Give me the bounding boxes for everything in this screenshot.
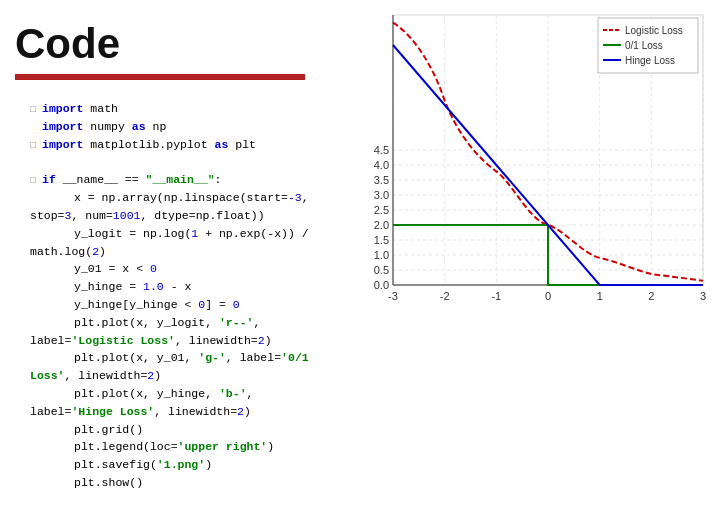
left-panel: Code □ import math □ import numpy as np … (0, 0, 340, 529)
chart: -3 -2 -1 0 1 2 3 0.0 0.5 1.0 1.5 2.0 2.5… (343, 5, 713, 315)
svg-text:2.5: 2.5 (374, 204, 389, 216)
code-line-6: □ y_logit = np.log(1 + np.exp(-x)) / mat… (30, 225, 340, 261)
red-underline (15, 74, 305, 80)
svg-text:0.5: 0.5 (374, 264, 389, 276)
svg-text:0.0: 0.0 (374, 279, 389, 291)
code-line-7: □ y_01 = x < 0 (30, 260, 340, 278)
code-line-if: □ if __name__ == "__main__": (30, 171, 340, 189)
svg-text:2: 2 (648, 290, 654, 302)
code-line-1: □ import math (30, 100, 340, 118)
right-panel: -3 -2 -1 0 1 2 3 0.0 0.5 1.0 1.5 2.0 2.5… (340, 0, 721, 529)
svg-text:3.0: 3.0 (374, 189, 389, 201)
svg-text:2.0: 2.0 (374, 219, 389, 231)
svg-text:4.5: 4.5 (374, 144, 389, 156)
legend-logistic-label: Logistic Loss (625, 25, 683, 36)
code-line-10: □ plt.plot(x, y_logit, 'r--', label='Log… (30, 314, 340, 350)
svg-text:3.5: 3.5 (374, 174, 389, 186)
svg-text:1: 1 (597, 290, 603, 302)
page-title: Code (15, 20, 340, 68)
svg-text:0: 0 (545, 290, 551, 302)
svg-text:1.0: 1.0 (374, 249, 389, 261)
code-line-16: □ plt.show() (30, 474, 340, 492)
code-line-8: □ y_hinge = 1.0 - x (30, 278, 340, 296)
svg-text:-1: -1 (491, 290, 501, 302)
svg-text:4.0: 4.0 (374, 159, 389, 171)
code-line-2: □ import numpy as np (30, 118, 340, 136)
svg-text:-3: -3 (388, 290, 398, 302)
legend-zero-one-label: 0/1 Loss (625, 40, 663, 51)
svg-text:-2: -2 (440, 290, 450, 302)
code-block: □ import math □ import numpy as np □ imp… (10, 100, 340, 492)
code-line-blank (30, 153, 340, 171)
code-line-15: □ plt.savefig('1.png') (30, 456, 340, 474)
svg-text:1.5: 1.5 (374, 234, 389, 246)
code-line-13: □ plt.grid() (30, 421, 340, 439)
code-line-9: □ y_hinge[y_hinge < 0] = 0 (30, 296, 340, 314)
code-line-11: □ plt.plot(x, y_01, 'g-', label='0/1 Los… (30, 349, 340, 385)
code-line-14: □ plt.legend(loc='upper right') (30, 438, 340, 456)
code-line-3: □ import matplotlib.pyplot as plt (30, 136, 340, 154)
code-line-5: □ x = np.array(np.linspace(start=-3, sto… (30, 189, 340, 225)
svg-text:3: 3 (700, 290, 706, 302)
code-line-12: □ plt.plot(x, y_hinge, 'b-', label='Hing… (30, 385, 340, 421)
legend-hinge-label: Hinge Loss (625, 55, 675, 66)
